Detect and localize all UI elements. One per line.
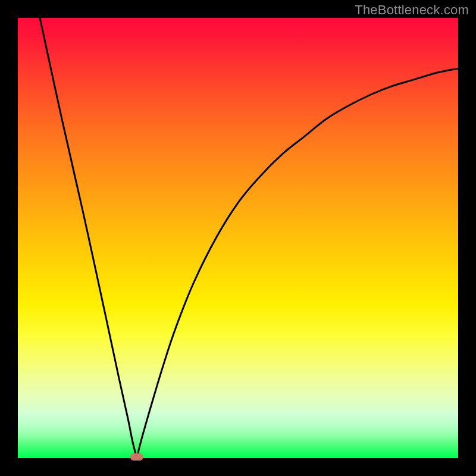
watermark-text: TheBottleneck.com xyxy=(355,2,469,18)
minimum-marker xyxy=(130,453,143,461)
plot-area xyxy=(18,18,458,458)
chart-frame: TheBottleneck.com xyxy=(0,0,476,476)
curve-left-branch xyxy=(40,18,137,458)
curve-layer xyxy=(18,18,458,458)
curve-right-branch xyxy=(137,68,458,458)
